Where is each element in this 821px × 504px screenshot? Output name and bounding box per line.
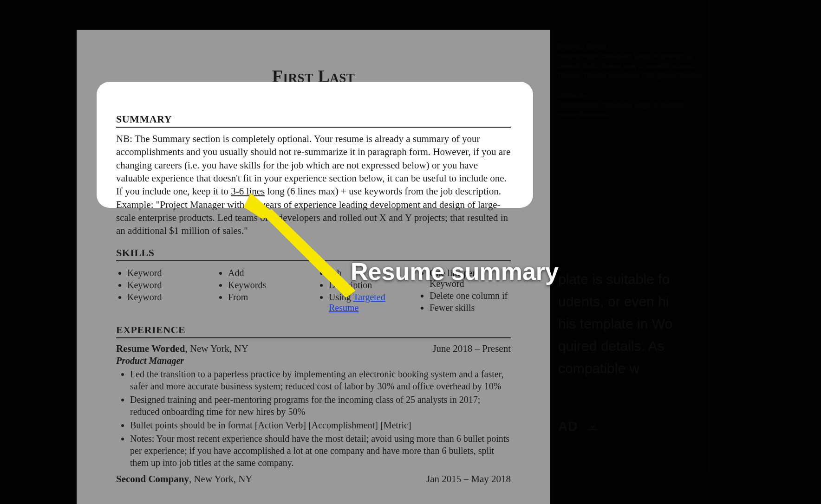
experience-section: EXPERIENCE Resume Worded, New York, NY J… [116,324,511,485]
employment-dates: June 2018 – Present [432,343,511,355]
experience-bullet: Designed training and peer-mentoring pro… [130,394,511,418]
experience-bullets: Led the transition to a paperless practi… [116,368,511,469]
summary-heading: SUMMARY [116,113,511,128]
skills-heading: SKILLS [116,247,511,261]
skills-section: SKILLS Keyword Keyword Keyword Add Keywo… [116,247,511,315]
skill-item: Keyword [127,268,209,278]
experience-entry-1-header: Resume Worded, New York, NY June 2018 – … [116,343,511,355]
skills-col-1: Keyword Keyword Keyword [116,268,209,315]
skill-item: Fewer skills [430,303,511,313]
experience-entry-2-header: Second Company, New York, NY Jan 2015 – … [116,473,511,485]
experience-bullet: Led the transition to a paperless practi… [130,368,511,392]
experience-heading: EXPERIENCE [116,324,511,338]
skill-item: Add [228,268,309,278]
skill-item: Keywords [228,280,309,291]
company-name: Resume Worded [116,343,185,354]
summary-section: SUMMARY NB: The Summary section is compl… [116,113,511,238]
skills-col-2: Add Keywords From [217,268,309,315]
job-title: Product Manager [116,355,511,366]
skill-item: Delete one column if [430,291,511,301]
company-location: , New York, NY [185,343,248,354]
experience-bullet: Bullet points should be in format [Actio… [130,419,511,431]
skills-col-3: Job Description Using Targeted Resume [318,268,410,315]
experience-bullet: Notes: Your most recent experience shoul… [130,433,511,469]
skill-item: Keyword [127,280,209,291]
skill-item: Keyword [127,292,209,303]
summary-underlined: 3-6 lines [231,186,265,197]
company-name: Second Company [116,473,189,485]
employment-dates: Jan 2015 – May 2018 [426,473,511,485]
skill-item: From [228,292,309,303]
skill-item: Description [329,280,410,291]
skill-item: Job [329,268,410,278]
skills-col-4: One line per Keyword Delete one column i… [418,268,511,315]
skill-item: Using Targeted Resume [329,292,410,313]
company-location: , New York, NY [189,473,253,485]
summary-body: NB: The Summary section is completely op… [116,132,511,238]
skill-item: One line per Keyword [430,268,511,289]
